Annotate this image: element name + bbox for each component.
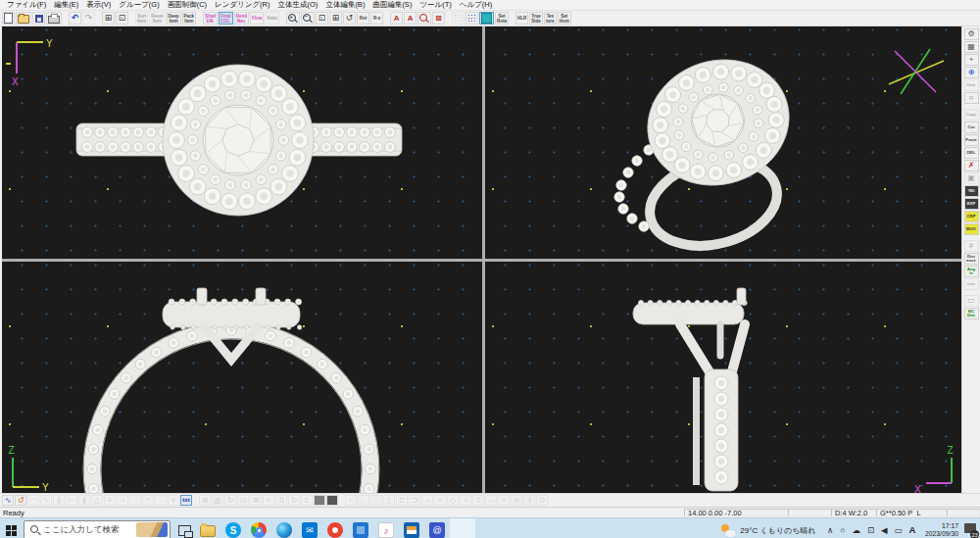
corner-icon[interactable]: ¬ <box>117 495 128 506</box>
shade-em-button[interactable]: ShadEM. <box>203 12 218 24</box>
rect-tool-icon[interactable]: ▯ <box>383 495 395 506</box>
grid-dots-icon[interactable] <box>466 12 478 24</box>
diamond-icon[interactable]: ◇ <box>447 495 459 506</box>
curve2-icon[interactable]: ◠ <box>27 495 39 506</box>
distance-button[interactable]: Distance <box>964 253 979 265</box>
menu-item-1[interactable]: ファイル(F) <box>3 0 50 10</box>
explorer-app[interactable] <box>195 518 220 538</box>
menu-item-9[interactable]: 曲面編集(S) <box>368 0 416 10</box>
points-icon[interactable]: ∴ <box>129 495 141 506</box>
pack-item-button[interactable]: PackItem <box>182 12 197 24</box>
menu-item-10[interactable]: ツール(T) <box>416 0 455 10</box>
internet-app-app[interactable]: @ <box>424 518 450 538</box>
layers-icon[interactable]: ≡ <box>104 495 116 506</box>
menu-item-5[interactable]: 画面制御(C) <box>164 0 211 10</box>
bracketl-icon[interactable]: ⊏ <box>396 495 408 506</box>
hlr-button[interactable]: HLR <box>515 12 528 24</box>
color-dark-swatch[interactable] <box>326 495 338 506</box>
grid-win-icon[interactable]: ⊞ <box>199 495 211 506</box>
snap-icon[interactable]: ▭ <box>964 295 979 307</box>
unit-button[interactable]: Unit <box>964 79 979 91</box>
ime-icon[interactable]: A <box>909 525 916 535</box>
color-gray-swatch[interactable] <box>314 495 325 506</box>
exp-button[interactable]: EXP <box>964 198 979 210</box>
menu-item-8[interactable]: 立体編集(B) <box>321 0 368 10</box>
open-file-icon[interactable] <box>16 12 31 24</box>
zoom-out-icon[interactable] <box>301 12 315 24</box>
photos-app-app[interactable] <box>348 518 373 538</box>
select-button[interactable]: Selet <box>265 12 279 24</box>
dot-circle-icon[interactable]: ⊙ <box>536 495 548 506</box>
square-tool-icon[interactable]: □ <box>370 495 382 506</box>
crp-button[interactable]: CRP <box>964 211 979 222</box>
reset-item-button[interactable]: ResetItem <box>149 12 165 24</box>
half-win-icon[interactable]: ▥ <box>212 495 223 506</box>
tangent-icon[interactable]: ⊢ <box>66 495 77 506</box>
render-a1-icon[interactable]: A <box>390 12 403 24</box>
skype-app[interactable]: S <box>220 518 246 538</box>
taskbar-clock[interactable]: 17:17 2023/09/30 <box>925 522 958 538</box>
chrome-app[interactable] <box>246 518 271 538</box>
prop-icon[interactable]: ∝ <box>498 495 510 506</box>
search-highlight-image[interactable] <box>136 522 168 537</box>
viewport-layout-icon[interactable]: ⊞ <box>102 12 115 24</box>
cut-button[interactable]: Cut <box>964 122 979 133</box>
grid-solid-icon[interactable] <box>479 12 494 24</box>
notparallel-icon[interactable]: ∦ <box>78 495 90 506</box>
render-preview-icon[interactable]: ▦ <box>964 41 979 53</box>
deep-item-button[interactable]: DeepItem <box>167 12 181 24</box>
outlook-app[interactable] <box>399 518 424 538</box>
rot-x-button[interactable]: R-x <box>370 12 383 24</box>
redo-icon[interactable]: ↷ <box>82 12 95 24</box>
menu-item-2[interactable]: 編集(E) <box>50 0 82 10</box>
fastfwd-icon[interactable]: » <box>263 495 274 506</box>
hflip-icon[interactable]: ↔ <box>485 495 497 506</box>
single-view-icon[interactable]: ⊡ <box>116 12 128 24</box>
curve-draw-icon[interactable]: ∿ <box>2 495 14 506</box>
viewport-side-view[interactable] <box>485 262 961 493</box>
rotate-view-icon[interactable]: ↺ <box>343 12 356 24</box>
status-circle-icon[interactable]: ○ <box>840 526 845 535</box>
render-a2-icon[interactable]: A <box>404 12 416 24</box>
delete-button[interactable]: DEL <box>964 147 979 159</box>
redo2-icon[interactable]: ↻ <box>288 495 300 506</box>
angle-tool-icon[interactable]: ∟ <box>358 495 369 506</box>
taskbar-search-input[interactable]: ここに入力して検索 <box>24 520 171 538</box>
tei-button[interactable]: TEI <box>964 185 979 197</box>
measure-icon[interactable]: # <box>964 240 979 252</box>
partial-icon[interactable]: ∂ <box>523 495 535 506</box>
flow-button[interactable]: Flow <box>250 12 264 24</box>
undo-icon[interactable]: ↶ <box>69 12 81 24</box>
arrow-icon[interactable]: → <box>155 495 167 506</box>
media-app-app[interactable] <box>322 518 348 538</box>
viewport-front-view[interactable] <box>2 262 482 493</box>
zoom-in-icon[interactable] <box>286 12 300 24</box>
sum-icon[interactable]: Σ <box>301 495 313 506</box>
box-x-icon[interactable]: ⊠ <box>250 495 262 506</box>
notification-button[interactable]: 23 <box>963 518 978 538</box>
final-col-button[interactable]: FinalCOL. <box>219 12 233 24</box>
xi-icon[interactable]: Ξ <box>472 495 484 506</box>
mail-app[interactable] <box>297 518 322 538</box>
menu-item-4[interactable]: グループ(G) <box>115 0 163 10</box>
group-icon[interactable]: ▣ <box>964 172 979 184</box>
circle-tool-icon[interactable]: ○ <box>345 495 357 506</box>
star-icon[interactable]: * <box>142 495 154 506</box>
texture-button[interactable]: Texture <box>544 12 557 24</box>
new-file-icon[interactable] <box>2 12 15 24</box>
itunes-app[interactable] <box>373 518 399 538</box>
arc-rotate-icon[interactable]: ↺ <box>15 495 26 506</box>
circle-select-icon[interactable]: ○ <box>964 92 979 104</box>
erase-icon[interactable]: ✗ <box>964 160 979 171</box>
display-icon[interactable]: ⊡ <box>867 526 874 535</box>
mc-dim-button[interactable]: MCDim <box>964 308 979 319</box>
menu-item-6[interactable]: レンダリング(R) <box>211 0 273 10</box>
orbit-icon[interactable]: ⊕ <box>964 67 979 78</box>
length-button[interactable]: Len <box>964 278 979 290</box>
swap-icon[interactable]: ⇅ <box>275 495 287 506</box>
mov-button[interactable]: MOV <box>964 223 979 235</box>
true-side-button[interactable]: TrueSide <box>529 12 543 24</box>
triangle-icon[interactable]: △ <box>91 495 103 506</box>
rend-nav-button[interactable]: RendNav. <box>234 12 249 24</box>
check-icon[interactable]: ∨ <box>168 495 179 506</box>
